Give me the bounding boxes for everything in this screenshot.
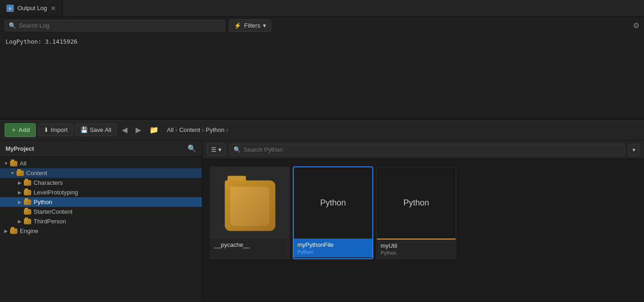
tree-label-python: Python <box>34 199 52 205</box>
toggle-levelprototyping <box>17 189 23 196</box>
settings-icon[interactable]: ⚙ <box>633 21 639 30</box>
asset-label-mypythonfile: myPythonFile Python <box>294 239 372 257</box>
toggle-python <box>17 199 23 205</box>
asset-thumb-text-myutil: Python <box>403 198 429 208</box>
sort-button[interactable]: ☰ ▾ <box>207 143 226 156</box>
view-dropdown-button[interactable]: ▾ <box>628 144 639 156</box>
plus-icon: ＋ <box>11 126 17 134</box>
asset-card-myutil[interactable]: Python myUtil Python <box>376 166 456 259</box>
folder-inner-pycache <box>230 187 269 226</box>
output-log-panel: U Output Log ✕ 🔍 ⚡ Filters ▾ ⚙ LogPython… <box>0 0 644 120</box>
folder-icon-levelprototyping <box>24 190 31 195</box>
content-toolbar: ＋ Add ⬇ Import 💾 Save All ◀ ▶ 📁 All › Co… <box>0 120 644 141</box>
right-toolbar: ☰ ▾ 🔍 ▾ <box>202 141 644 159</box>
log-search-input[interactable] <box>19 22 221 29</box>
asset-card-mypythonfile[interactable]: Python myPythonFile Python <box>293 166 373 259</box>
folder-icon-startercontent <box>24 209 31 215</box>
asset-label-pycache: __pycache__ <box>211 239 289 251</box>
filters-label: Filters <box>244 22 260 29</box>
asset-name-pycache: __pycache__ <box>214 241 285 248</box>
breadcrumb-python[interactable]: Python <box>206 126 224 133</box>
filters-chevron-icon: ▾ <box>263 22 266 29</box>
sort-icon: ☰ <box>211 146 217 153</box>
sort-chevron-icon: ▾ <box>218 146 222 153</box>
asset-type-myutil: Python <box>381 250 452 256</box>
tree-label-engine: Engine <box>20 228 38 234</box>
breadcrumb-all[interactable]: All <box>167 126 173 133</box>
tree-label-thirdperson: ThirdPerson <box>34 218 66 225</box>
breadcrumb: All › Content › Python › <box>167 126 228 133</box>
main-content: MyProject 🔍 All Content <box>0 141 644 302</box>
tab-close-button[interactable]: ✕ <box>51 5 56 11</box>
search-icon-right: 🔍 <box>234 146 241 153</box>
search-icon: 🔍 <box>9 22 16 29</box>
asset-card-pycache[interactable]: __pycache__ <box>210 166 290 259</box>
tree-item-engine[interactable]: Engine <box>0 226 202 236</box>
add-button[interactable]: ＋ Add <box>5 123 36 137</box>
add-label: Add <box>18 126 30 133</box>
asset-thumb-pycache <box>211 167 289 239</box>
output-toolbar: 🔍 ⚡ Filters ▾ ⚙ <box>0 17 644 34</box>
folder-icon-thirdperson <box>24 219 31 224</box>
asset-label-myutil: myUtil Python <box>377 239 456 258</box>
asset-thumb-mypythonfile: Python <box>294 167 372 239</box>
asset-grid: __pycache__ Python myPythonFile Python <box>202 159 644 302</box>
folder-icon-python <box>24 199 31 205</box>
tree-item-levelprototyping[interactable]: LevelPrototyping <box>0 188 202 197</box>
filters-button[interactable]: ⚡ Filters ▾ <box>229 19 271 32</box>
asset-search-input[interactable] <box>244 146 621 153</box>
tree-item-python[interactable]: Python <box>0 197 202 207</box>
save-icon: 💾 <box>80 126 88 133</box>
folder-icon-characters <box>24 180 31 186</box>
nav-forward-button[interactable]: ▶ <box>133 124 144 136</box>
folder-icon-engine <box>10 228 17 234</box>
breadcrumb-content[interactable]: Content <box>179 126 200 133</box>
save-all-label: Save All <box>90 126 111 133</box>
right-panel: ☰ ▾ 🔍 ▾ __pyc <box>202 141 644 302</box>
nav-back-button[interactable]: ◀ <box>119 124 130 136</box>
folder-icon-content <box>17 171 24 176</box>
folder-graphic-pycache <box>225 180 275 231</box>
sidebar: MyProject 🔍 All Content <box>0 141 202 302</box>
toggle-engine <box>3 228 9 234</box>
tree-label-content: Content <box>26 170 47 177</box>
import-button[interactable]: ⬇ Import <box>39 124 73 136</box>
breadcrumb-sep-1: › <box>176 126 177 133</box>
tab-label: Output Log <box>17 5 47 11</box>
tab-bar: U Output Log ✕ <box>0 0 644 17</box>
tree-item-thirdperson[interactable]: ThirdPerson <box>0 217 202 226</box>
tree-item-content[interactable]: Content <box>0 168 202 178</box>
tree-label-levelprototyping: LevelPrototyping <box>34 189 78 196</box>
folder-icon-all <box>10 161 17 166</box>
tree-item-startercontent[interactable]: StarterContent <box>0 207 202 217</box>
filter-icon: ⚡ <box>234 22 241 29</box>
nav-folder-button[interactable]: 📁 <box>147 124 161 136</box>
breadcrumb-sep-2: › <box>202 126 204 133</box>
tree-label-startercontent: StarterContent <box>34 208 73 215</box>
asset-name-mypythonfile: myPythonFile <box>297 241 369 248</box>
tree-label-all: All <box>20 160 26 167</box>
import-label: Import <box>51 126 68 133</box>
asset-name-myutil: myUtil <box>381 242 452 249</box>
sidebar-header: MyProject 🔍 <box>0 141 202 157</box>
import-icon: ⬇ <box>44 126 49 133</box>
ue-icon: U <box>6 5 14 12</box>
breadcrumb-sep-3: › <box>226 126 228 133</box>
asset-thumb-myutil: Python <box>377 167 456 239</box>
tree-item-characters[interactable]: Characters <box>0 178 202 188</box>
asset-search-box[interactable]: 🔍 <box>229 144 625 155</box>
tree-label-characters: Characters <box>34 179 63 186</box>
toggle-all <box>3 160 9 167</box>
log-search-box[interactable]: 🔍 <box>5 20 225 31</box>
tree-view: All Content Characters <box>0 157 202 302</box>
content-browser-panel: ＋ Add ⬇ Import 💾 Save All ◀ ▶ 📁 All › Co… <box>0 120 644 302</box>
asset-thumb-text-mypythonfile: Python <box>320 198 346 208</box>
toggle-content <box>9 170 16 177</box>
log-line-1: LogPython: 3.1415926 <box>6 38 78 45</box>
toggle-thirdperson <box>17 218 23 225</box>
sidebar-search-button[interactable]: 🔍 <box>188 144 196 153</box>
tree-item-all[interactable]: All <box>0 159 202 168</box>
log-content: LogPython: 3.1415926 <box>0 34 644 119</box>
save-all-button[interactable]: 💾 Save All <box>75 124 116 136</box>
output-log-tab[interactable]: U Output Log ✕ <box>0 0 63 16</box>
